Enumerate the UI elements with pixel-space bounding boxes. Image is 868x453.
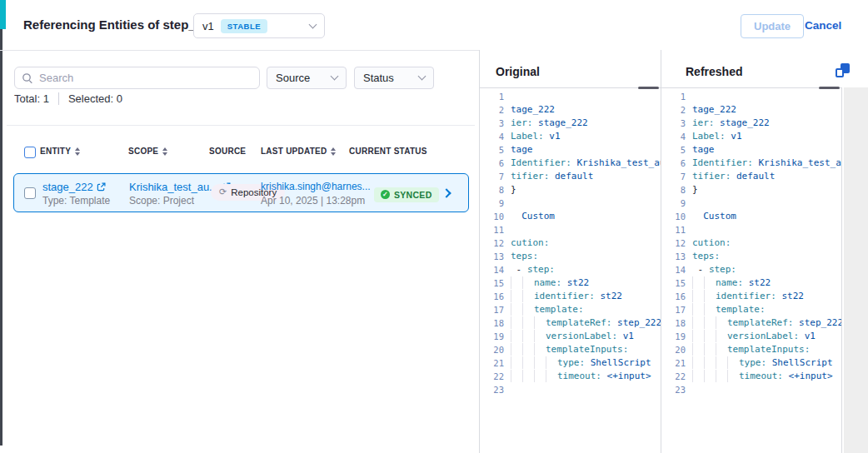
- row-expand-chevron-icon[interactable]: [441, 188, 451, 197]
- line-number: 5: [480, 143, 504, 157]
- copy-icon[interactable]: [836, 63, 850, 77]
- column-header-scope[interactable]: SCOPE: [128, 147, 167, 156]
- indent-guide: [511, 343, 522, 356]
- app-side-accent: [0, 0, 6, 29]
- code-line: 18templateRef: step_222: [480, 316, 661, 330]
- indent-guide: [704, 290, 716, 302]
- indent-guide: [692, 330, 704, 342]
- horizontal-scrollbar-thumb[interactable]: [638, 87, 659, 89]
- line-number: 16: [661, 290, 686, 303]
- version-select[interactable]: v1 STABLE: [193, 13, 325, 38]
- indent-guide: [511, 303, 522, 316]
- stable-badge: STABLE: [221, 19, 267, 33]
- code-line: 1: [661, 90, 841, 103]
- indent-guide: [511, 276, 522, 289]
- code-line: 14 - step:: [661, 263, 841, 276]
- totals-bar: Total: 1 Selected: 0: [14, 92, 122, 105]
- status-badge-label: SYNCED: [394, 190, 432, 200]
- code-line: 8}: [480, 183, 661, 197]
- code-line: 12cution:: [661, 236, 841, 250]
- indent-guide: [534, 356, 546, 369]
- chevron-down-icon: [309, 20, 317, 28]
- updated-by-link[interactable]: krishika.singh@harnes...: [261, 180, 371, 194]
- status-filter-dropdown[interactable]: Status: [354, 67, 434, 89]
- table-row[interactable]: stage_222 Type: Template Krishika_test_a…: [13, 173, 469, 212]
- code-line: 16identifier: st22: [661, 290, 841, 303]
- indent-guide: [692, 290, 704, 302]
- repository-icon: ⟳: [219, 187, 227, 197]
- indent-guide: [692, 356, 704, 369]
- horizontal-scrollbar-thumb[interactable]: [819, 87, 840, 89]
- line-number: 12: [661, 236, 686, 250]
- line-number: 6: [480, 157, 504, 170]
- code-lines[interactable]: 12tage_2223ier: stage_2224Label: v15tage…: [661, 90, 841, 440]
- code-line: 3ier: stage_222: [661, 117, 841, 130]
- scope-link[interactable]: Krishika_test_au...: [129, 180, 218, 194]
- line-number: 16: [480, 290, 504, 303]
- code-line: 9: [661, 197, 841, 210]
- code-line: 1: [480, 90, 661, 103]
- code-line: 11: [661, 223, 841, 236]
- line-number: 19: [661, 330, 686, 343]
- totals-separator: [58, 92, 59, 105]
- code-lines[interactable]: 12tage_2223ier: stage_2224Label: v15tage…: [480, 90, 661, 440]
- entity-link[interactable]: stage_222: [42, 180, 93, 194]
- indent-guide: [727, 356, 739, 369]
- indent-guide: [692, 370, 704, 382]
- sort-icon[interactable]: [75, 147, 80, 156]
- code-line: 9: [480, 197, 661, 210]
- code-line: 17template:: [480, 303, 661, 316]
- line-number: 3: [661, 117, 686, 130]
- indent-guide: [522, 370, 534, 382]
- line-number: 9: [661, 197, 686, 210]
- code-line: 20templateInputs:: [661, 343, 841, 356]
- updated-at: Apr 10, 2025 | 13:28pm: [261, 194, 371, 207]
- indent-guide: [511, 330, 522, 342]
- indent-guide: [692, 316, 704, 329]
- indent-guide: [534, 316, 546, 329]
- cancel-button[interactable]: Cancel: [805, 19, 841, 32]
- sort-icon[interactable]: [331, 147, 336, 156]
- entity-type: Type: Template: [42, 194, 110, 207]
- entity-cell: stage_222 Type: Template: [42, 180, 110, 207]
- code-line: 6Identifier: Krishika_test_aut: [661, 157, 841, 170]
- code-line: 5tage: [661, 143, 841, 157]
- source-filter-dropdown[interactable]: Source: [267, 67, 347, 89]
- indent-guide: [716, 356, 727, 369]
- column-header-entity[interactable]: ENTITY: [40, 147, 80, 156]
- line-number: 13: [661, 250, 686, 263]
- indent-guide: [704, 330, 716, 342]
- sort-icon[interactable]: [162, 147, 167, 156]
- line-number: 19: [480, 330, 504, 343]
- line-number: 10: [480, 210, 504, 223]
- column-header-current-status: CURRENT STATUS: [349, 147, 427, 156]
- column-label: SOURCE: [209, 147, 246, 156]
- line-number: 17: [480, 303, 504, 316]
- table-header-cells: ENTITYSCOPESOURCELAST UPDATEDCURRENT STA…: [0, 142, 480, 163]
- line-number: 8: [480, 183, 504, 197]
- code-line: 18templateRef: step_222: [661, 316, 841, 330]
- line-number: 3: [480, 117, 504, 130]
- indent-guide: [704, 276, 716, 289]
- indent-guide: [511, 290, 522, 302]
- line-number: 17: [661, 303, 686, 316]
- selected-count: Selected: 0: [68, 92, 122, 105]
- update-button[interactable]: Update: [741, 14, 804, 38]
- row-checkbox[interactable]: [24, 187, 36, 199]
- code-line: 16identifier: st22: [480, 290, 661, 303]
- column-header-last-updated[interactable]: LAST UPDATED: [261, 147, 336, 156]
- source-filter-label: Source: [276, 72, 310, 84]
- line-number: 9: [480, 197, 504, 210]
- line-number: 23: [480, 383, 504, 396]
- code-line: 23: [661, 383, 841, 396]
- code-line: 11: [480, 223, 661, 236]
- search-input[interactable]: [39, 72, 252, 84]
- code-line: 4Label: v1: [480, 130, 661, 143]
- search-box[interactable]: [14, 67, 260, 89]
- external-link-icon[interactable]: [97, 182, 106, 192]
- code-line: 15name: st22: [480, 276, 661, 290]
- header-divider: [0, 50, 480, 51]
- diff-right-border: [841, 87, 842, 453]
- status-filter-label: Status: [363, 72, 394, 84]
- line-number: 13: [480, 250, 504, 263]
